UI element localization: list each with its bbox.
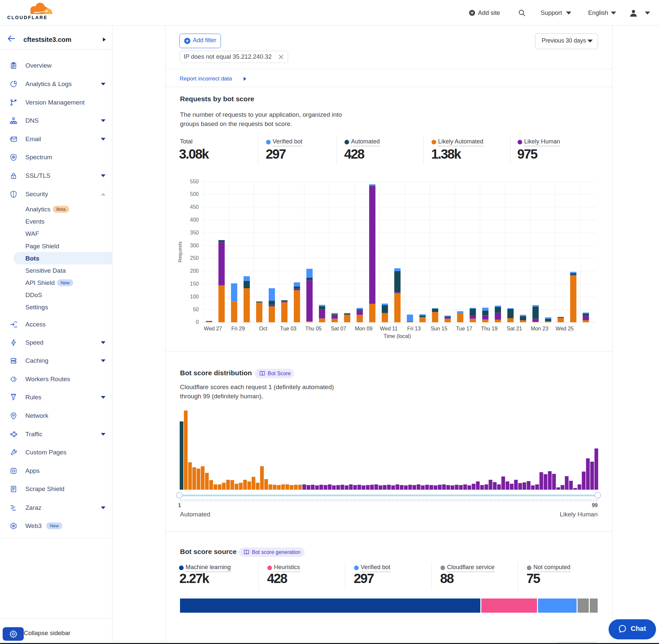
svg-text:Tue 17: Tue 17 xyxy=(456,326,472,331)
svg-text:Oct: Oct xyxy=(259,326,267,331)
svg-text:Mon 23: Mon 23 xyxy=(531,326,548,331)
svg-text:Time (local): Time (local) xyxy=(384,334,411,339)
svg-text:550: 550 xyxy=(190,179,199,184)
svg-text:Sat 07: Sat 07 xyxy=(331,326,346,331)
svg-text:Wed 25: Wed 25 xyxy=(556,326,573,331)
svg-text:50: 50 xyxy=(193,307,199,312)
svg-text:Thu 05: Thu 05 xyxy=(305,326,322,331)
svg-text:450: 450 xyxy=(190,204,199,210)
svg-text:Fri 29: Fri 29 xyxy=(231,326,245,331)
svg-text:500: 500 xyxy=(190,191,199,197)
svg-text:100: 100 xyxy=(190,294,199,299)
svg-text:0: 0 xyxy=(196,319,199,325)
svg-text:350: 350 xyxy=(190,230,199,235)
svg-text:200: 200 xyxy=(190,268,199,274)
svg-text:Sun 15: Sun 15 xyxy=(430,326,447,331)
svg-text:Fri 13: Fri 13 xyxy=(407,326,421,331)
svg-text:Mon 09: Mon 09 xyxy=(355,326,373,331)
svg-text:Wed 11: Wed 11 xyxy=(380,326,398,331)
svg-text:250: 250 xyxy=(190,255,199,261)
svg-text:150: 150 xyxy=(190,281,199,286)
svg-text:Sat 21: Sat 21 xyxy=(507,326,522,331)
svg-text:Tue 03: Tue 03 xyxy=(280,326,297,331)
svg-text:Requests: Requests xyxy=(177,242,183,262)
svg-text:Wed 27: Wed 27 xyxy=(204,326,222,331)
svg-text:300: 300 xyxy=(190,243,199,248)
svg-text:400: 400 xyxy=(190,217,199,223)
svg-text:Thu 19: Thu 19 xyxy=(481,326,497,331)
